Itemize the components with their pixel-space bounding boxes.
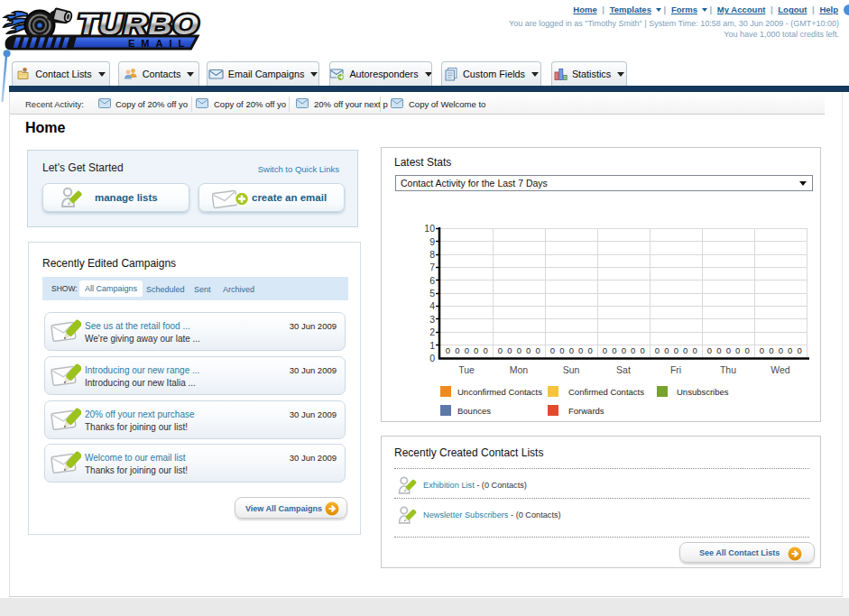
svg-text:0: 0 xyxy=(446,345,450,355)
svg-text:0: 0 xyxy=(692,345,697,355)
svg-text:7: 7 xyxy=(429,262,435,272)
svg-text:0: 0 xyxy=(559,345,564,355)
svg-text:6: 6 xyxy=(429,275,435,286)
svg-text:0: 0 xyxy=(474,345,478,355)
svg-text:0: 0 xyxy=(587,345,592,355)
svg-text:Unsubscribes: Unsubscribes xyxy=(677,387,729,397)
svg-text:Confirmed Contacts: Confirmed Contacts xyxy=(568,387,644,397)
svg-text:0: 0 xyxy=(788,345,792,355)
svg-text:Forwards: Forwards xyxy=(568,406,604,416)
svg-text:3: 3 xyxy=(429,314,435,325)
svg-text:0: 0 xyxy=(631,345,635,355)
svg-text:0: 0 xyxy=(779,345,783,355)
svg-text:0: 0 xyxy=(535,345,540,355)
svg-text:8: 8 xyxy=(429,249,435,260)
svg-text:0: 0 xyxy=(455,345,459,355)
svg-text:0: 0 xyxy=(683,345,688,355)
svg-text:0: 0 xyxy=(744,345,749,355)
svg-text:0: 0 xyxy=(769,345,773,355)
svg-text:0: 0 xyxy=(640,345,644,355)
svg-text:Sat: Sat xyxy=(616,364,631,375)
svg-text:0: 0 xyxy=(483,345,487,355)
svg-text:5: 5 xyxy=(429,288,435,299)
svg-text:0: 0 xyxy=(526,345,531,355)
svg-text:0: 0 xyxy=(507,345,512,355)
svg-text:0: 0 xyxy=(612,345,616,355)
svg-text:0: 0 xyxy=(517,345,521,355)
svg-text:10: 10 xyxy=(424,223,435,234)
svg-text:Tue: Tue xyxy=(458,364,475,375)
svg-text:0: 0 xyxy=(707,345,712,355)
svg-text:0: 0 xyxy=(726,345,731,355)
svg-text:0: 0 xyxy=(429,353,435,363)
svg-text:Mon: Mon xyxy=(510,364,529,375)
svg-text:EMAIL: EMAIL xyxy=(128,38,190,49)
svg-text:1: 1 xyxy=(429,340,435,351)
svg-text:Bounces: Bounces xyxy=(457,406,491,416)
svg-text:0: 0 xyxy=(716,345,721,355)
svg-text:0: 0 xyxy=(550,345,555,355)
svg-text:Unconfirmed Contacts: Unconfirmed Contacts xyxy=(457,387,542,397)
svg-text:0: 0 xyxy=(655,345,660,355)
svg-text:4: 4 xyxy=(429,300,435,311)
svg-text:0: 0 xyxy=(622,345,626,355)
svg-text:0: 0 xyxy=(664,345,669,355)
svg-text:0: 0 xyxy=(578,345,583,355)
svg-text:0: 0 xyxy=(760,345,764,355)
svg-text:0: 0 xyxy=(674,345,678,355)
svg-text:Sun: Sun xyxy=(563,364,580,375)
svg-text:Fri: Fri xyxy=(670,364,681,375)
svg-text:Wed: Wed xyxy=(771,364,790,375)
svg-text:Thu: Thu xyxy=(720,364,736,375)
svg-text:2: 2 xyxy=(429,326,435,337)
svg-text:0: 0 xyxy=(498,345,503,355)
svg-text:0: 0 xyxy=(603,345,607,355)
svg-text:0: 0 xyxy=(797,345,801,355)
svg-text:9: 9 xyxy=(429,236,435,247)
svg-text:0: 0 xyxy=(465,345,469,355)
svg-text:0: 0 xyxy=(735,345,740,355)
svg-text:0: 0 xyxy=(569,345,574,355)
